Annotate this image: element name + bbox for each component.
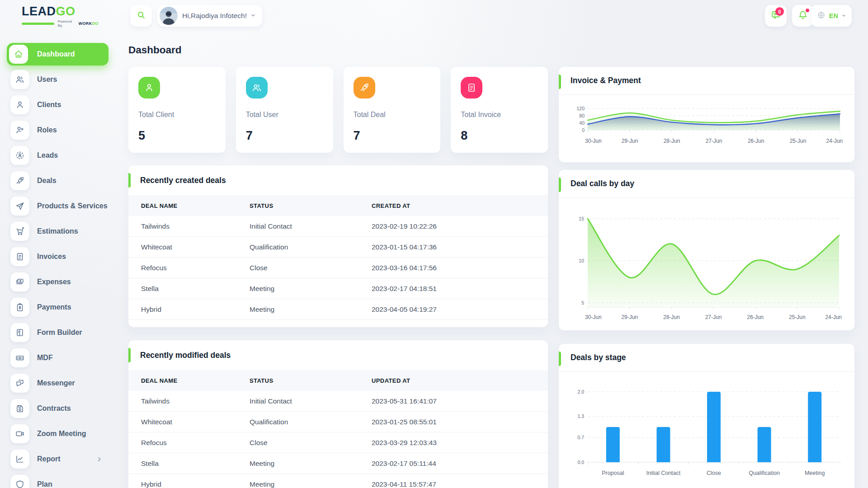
- svg-text:Qualification: Qualification: [749, 470, 780, 476]
- lead-icon: [10, 146, 29, 165]
- sidebar-item-label: Leads: [37, 151, 58, 160]
- column-header: DEAL NAME: [141, 377, 250, 384]
- accent-bar: [559, 178, 561, 192]
- stat-card-total-user: Total User7: [236, 67, 333, 153]
- chevron-right-icon: [96, 456, 102, 462]
- table-row: StellaMeeting2023-02-17 04:18:51: [128, 278, 548, 299]
- user-menu[interactable]: Hi,Rajodiya Infotech!: [157, 5, 262, 27]
- table-header: DEAL NAMESTATUSUPDATED AT: [128, 370, 548, 391]
- sidebar-item-label: Plan: [37, 480, 52, 488]
- sidebar-item-report[interactable]: Report: [7, 448, 108, 470]
- svg-text:15: 15: [579, 216, 584, 221]
- column-header: STATUS: [250, 202, 372, 209]
- deal-calls-card: Deal calls by day 5101530-Jun29-Jun28-Ju…: [559, 170, 854, 330]
- sidebar-item-clients[interactable]: Clients: [7, 94, 108, 116]
- sidebar-item-label: Estimations: [37, 227, 78, 235]
- notification-dot: [806, 9, 809, 12]
- client-icon: [10, 95, 29, 114]
- svg-text:30-Jun: 30-Jun: [585, 314, 602, 320]
- column-header: UPDATED AT: [372, 377, 548, 384]
- chevron-down-icon: [841, 12, 846, 20]
- page-title: Dashboard: [128, 44, 854, 56]
- sidebar-item-users[interactable]: Users: [7, 68, 108, 91]
- svg-text:5: 5: [581, 300, 584, 305]
- svg-text:Proposal: Proposal: [602, 470, 624, 476]
- sidebar-item-dashboard[interactable]: Dashboard: [7, 43, 108, 66]
- table-cell: 2023-03-29 12:03:43: [372, 439, 548, 447]
- table-cell: Whitecoat: [141, 418, 250, 426]
- sidebar-item-estimations[interactable]: Estimations: [7, 220, 108, 243]
- sidebar-item-expenses[interactable]: Expenses: [7, 271, 108, 293]
- table-row: TailwindsInitial Contact2023-02-19 10:22…: [128, 216, 548, 237]
- table-cell: 2023-04-05 04:19:27: [372, 305, 548, 314]
- accent-bar: [128, 348, 131, 362]
- users-icon: [10, 70, 29, 89]
- sidebar-item-roles[interactable]: Roles: [7, 119, 108, 141]
- table-row: StellaMeeting2023-02-17 05:11:44: [128, 453, 548, 474]
- notifications-button[interactable]: [792, 5, 814, 27]
- stat-label: Total Client: [138, 111, 216, 119]
- table-cell: 2023-01-25 08:55:01: [372, 418, 548, 426]
- search-icon: [136, 10, 146, 22]
- stat-value: 7: [246, 129, 323, 143]
- table-cell: Stella: [141, 285, 250, 293]
- svg-text:24-Jun: 24-Jun: [826, 138, 843, 144]
- sidebar-item-payments[interactable]: Payments: [7, 296, 108, 319]
- svg-text:0.0: 0.0: [577, 460, 584, 465]
- sidebar-item-deals[interactable]: Deals: [7, 169, 108, 192]
- stat-card-total-deal: Total Deal7: [344, 67, 441, 153]
- svg-text:Close: Close: [707, 470, 721, 476]
- sidebar-item-mdf[interactable]: MDF: [7, 347, 108, 369]
- table-cell: Stella: [141, 460, 250, 468]
- user-icon: [138, 77, 160, 99]
- table-row: HybridMeeting2023-04-05 04:19:27: [128, 299, 548, 320]
- language-selector[interactable]: EN: [811, 5, 852, 27]
- user-greeting: Hi,Rajodiya Infotech!: [182, 12, 247, 20]
- stat-label: Total Invoice: [461, 111, 538, 119]
- shield-icon: [10, 475, 29, 488]
- messages-button[interactable]: 0: [765, 5, 787, 27]
- svg-text:25-Jun: 25-Jun: [789, 314, 806, 320]
- sidebar-item-contracts[interactable]: Contracts: [7, 397, 108, 420]
- sidebar-item-label: Products & Services: [37, 202, 108, 210]
- sidebar-item-messenger[interactable]: Messenger: [7, 372, 108, 394]
- stat-label: Total User: [246, 111, 323, 119]
- deal-calls-chart: 5101530-Jun29-Jun28-Jun27-Jun26-Jun25-Ju…: [570, 202, 844, 324]
- accent-bar: [128, 173, 131, 188]
- sidebar-item-label: Messenger: [37, 379, 75, 387]
- svg-text:40: 40: [579, 120, 585, 126]
- sidebar-item-plan[interactable]: Plan: [7, 473, 108, 488]
- stat-value: 8: [461, 129, 538, 143]
- sidebar-item-products-services[interactable]: Products & Services: [7, 195, 108, 217]
- sidebar-item-form-builder[interactable]: Form Builder: [7, 321, 108, 344]
- top-header: LEADGO Powered By WORK DO Hi,Rajodiya In…: [0, 0, 868, 32]
- svg-text:Meeting: Meeting: [805, 470, 825, 476]
- table-cell: Hybrid: [141, 480, 250, 488]
- table-cell: Refocus: [141, 439, 250, 447]
- sidebar-item-zoom-meeting[interactable]: Zoom Meeting: [7, 422, 108, 445]
- role-icon: [10, 121, 29, 140]
- save-icon: [10, 399, 29, 418]
- table-header: DEAL NAMESTATUSCREATED AT: [128, 195, 548, 216]
- table-row: HybridMeeting2023-04-11 15:57:47: [128, 474, 548, 488]
- column-header: DEAL NAME: [141, 202, 250, 209]
- chevron-down-icon: [250, 12, 256, 20]
- chat-icon: [10, 374, 29, 393]
- table-cell: Initial Contact: [250, 397, 372, 405]
- table-cell: Qualification: [250, 418, 372, 426]
- table-cell: Whitecoat: [141, 243, 250, 251]
- report-icon: [10, 450, 29, 469]
- invoice-icon: [10, 247, 29, 266]
- main-content: Dashboard Total Client5Total User7Total …: [128, 32, 854, 488]
- clipboard-icon: [10, 298, 29, 317]
- svg-text:Initial Contact: Initial Contact: [646, 470, 681, 476]
- search-button[interactable]: [130, 5, 152, 27]
- recently-modified-deals-card: Recently modified deals DEAL NAMESTATUSU…: [128, 340, 548, 488]
- sidebar-item-invoices[interactable]: Invoices: [7, 245, 108, 268]
- table-cell: 2023-03-16 04:17:56: [372, 264, 548, 272]
- sidebar-item-label: Report: [37, 455, 61, 463]
- app-logo[interactable]: LEADGO Powered By WORK DO: [22, 5, 99, 28]
- sidebar-item-leads[interactable]: Leads: [7, 144, 108, 167]
- accent-bar: [559, 75, 561, 89]
- chart-title: Invoice & Payment: [571, 76, 641, 85]
